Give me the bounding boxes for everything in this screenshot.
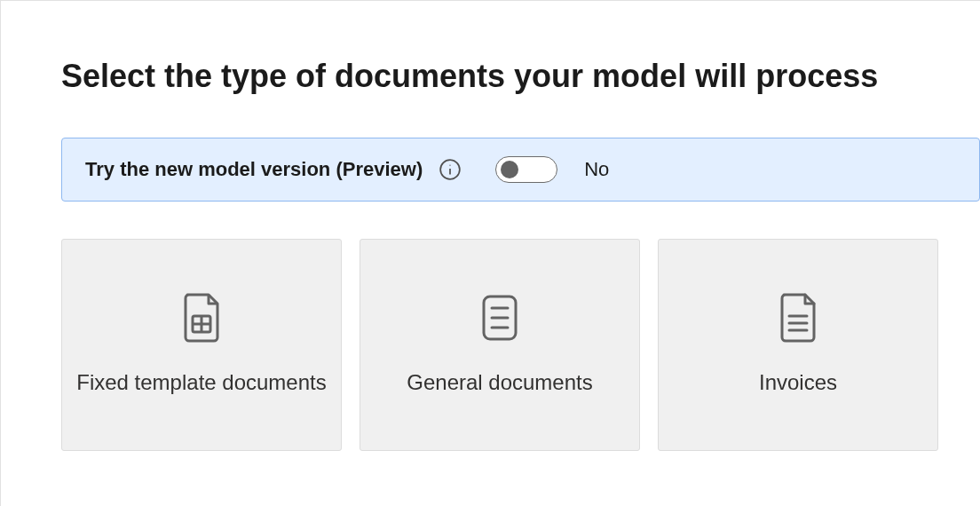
card-label: General documents [407, 368, 592, 397]
page-container: Select the type of documents your model … [0, 0, 980, 506]
toggle-knob [501, 161, 518, 178]
preview-toggle-state: No [584, 158, 609, 181]
invoices-icon [778, 292, 818, 344]
card-fixed-template[interactable]: Fixed template documents [61, 239, 342, 451]
general-documents-icon [478, 292, 521, 344]
page-title: Select the type of documents your model … [61, 58, 980, 95]
svg-point-2 [450, 164, 451, 165]
preview-banner-label: Try the new model version (Preview) [85, 158, 423, 181]
document-type-cards: Fixed template documents General documen… [61, 239, 980, 451]
card-general-documents[interactable]: General documents [360, 239, 640, 451]
card-invoices[interactable]: Invoices [658, 239, 938, 451]
preview-banner: Try the new model version (Preview) No [61, 138, 980, 202]
card-label: Invoices [759, 368, 837, 397]
fixed-template-icon [181, 292, 222, 344]
info-icon[interactable] [439, 158, 462, 181]
card-label: Fixed template documents [76, 368, 326, 397]
preview-toggle[interactable] [495, 156, 557, 183]
